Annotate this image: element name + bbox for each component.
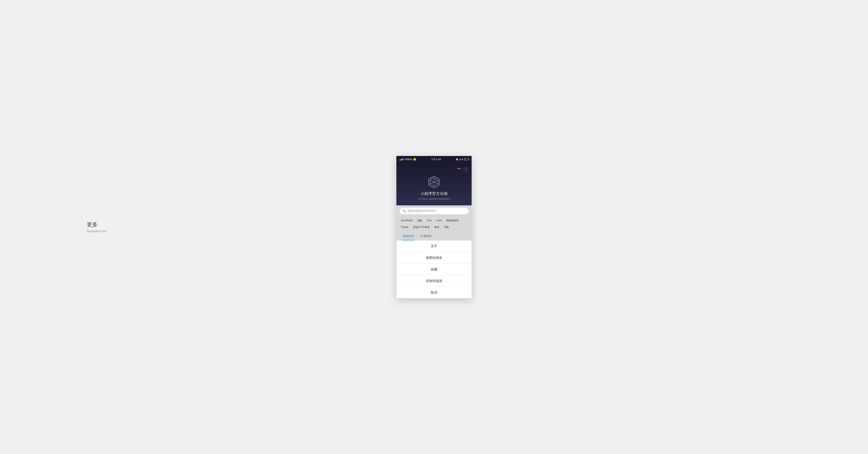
close-button[interactable]: ✕ [463,167,468,172]
sidebar-label: 更多 Navigation bar [87,221,107,233]
tag-icon[interactable]: Icon [425,218,433,223]
search-placeholder-text: 搜索你想要的组件和API [407,209,436,213]
signal-bar-1 [400,160,400,161]
tag-auth[interactable]: 获取授权码 [445,218,460,223]
tag-http[interactable]: 发起HTTP请求 [411,225,431,230]
signal-bars [400,159,403,161]
header-actions: ••• ✕ [400,167,468,172]
menu-item-favorite[interactable]: 收藏 [396,264,472,275]
menu-item-about[interactable]: 关于 [396,240,472,252]
carrier-name: 中国移动 [404,158,412,161]
tags-container: ScrollView 地图 Icon Card 获取授权码 Popup 发起HT… [396,217,472,232]
search-container: 🔍 搜索你想要的组件和API [396,205,472,217]
signal-bar-2 [400,159,401,161]
tag-card[interactable]: Card [435,218,443,223]
menu-list: 关于 推荐给朋友 收藏 添加到桌面 取消 [396,240,472,298]
tag-map[interactable]: 地图 [416,218,424,223]
status-left: 中国移动 📶 [400,158,416,161]
app-header: ••• ✕ 小程序官方示例 以下展示小程序官方组件和API [396,163,472,205]
tag-canvas[interactable]: 画布 [433,225,441,230]
menu-item-recommend[interactable]: 推荐给朋友 [396,252,472,264]
phone-mockup: 中国移动 📶 下午1:04 ⏰ 15% ••• ✕ [396,156,472,298]
app-logo [427,175,441,189]
tab-extended-components[interactable]: 扩展组件 [417,232,435,240]
tab-basic-components[interactable]: 基础组件 [400,232,417,240]
menu-item-cancel[interactable]: 取消 [396,287,472,298]
sidebar-subtitle: Navigation bar [87,229,107,233]
app-subtitle: 以下展示小程序官方组件和API [400,197,468,201]
signal-bar-3 [401,159,402,161]
tag-popup[interactable]: Popup [400,225,410,230]
battery-percent: 15% [459,158,464,161]
app-title: 小程序官方示例 [400,191,468,196]
tag-scrollview[interactable]: ScrollView [400,218,414,223]
status-bar: 中国移动 📶 下午1:04 ⏰ 15% [396,156,472,163]
search-bar[interactable]: 🔍 搜索你想要的组件和API [400,208,468,214]
alarm-icon: ⏰ [456,158,459,161]
battery-fill [465,159,465,160]
tags-row-2: Popup 发起HTTP请求 画布 导航 [400,225,468,230]
page-container: 更多 Navigation bar 中国移动 📶 下午1:04 ⏰ 15% [0,0,868,454]
tag-nav[interactable]: 导航 [442,225,451,230]
tab-bar: 基础组件 扩展组件 [396,232,472,240]
search-icon: 🔍 [403,209,406,212]
status-time: 下午1:04 [431,158,441,161]
battery-icon [464,158,468,161]
tags-row-1: ScrollView 地图 Icon Card 获取授权码 [400,218,468,223]
wifi-icon: 📶 [413,158,416,161]
menu-item-add-desktop[interactable]: 添加到桌面 [396,275,472,287]
more-button[interactable]: ••• [457,167,461,172]
sidebar-title: 更多 [87,221,107,228]
signal-bar-4 [402,159,403,161]
status-right: ⏰ 15% [456,158,468,161]
